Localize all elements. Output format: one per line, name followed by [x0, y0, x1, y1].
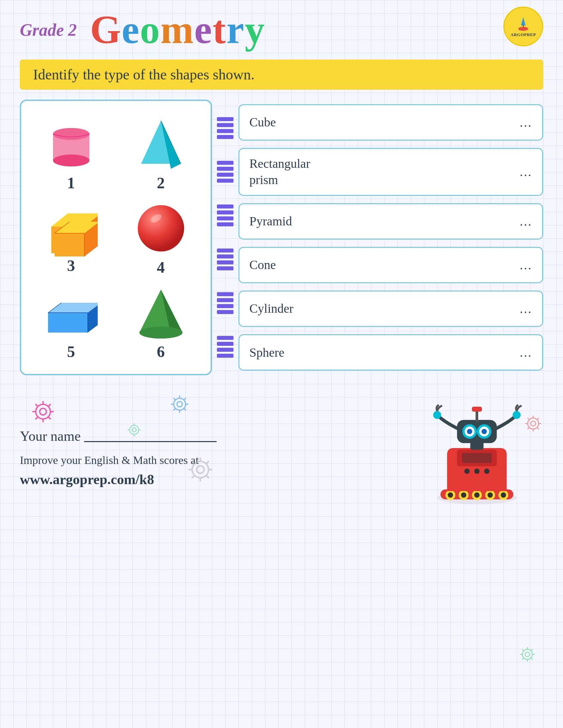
- bar: [217, 348, 233, 352]
- answer-box-rect-prism[interactable]: Rectangularprism ...: [238, 148, 543, 196]
- svg-line-115: [522, 649, 524, 651]
- bar: [217, 123, 233, 127]
- cylinder-shape: [45, 117, 98, 170]
- gear-decoration-right-bottom: [518, 645, 537, 663]
- shape-cell-2: 2: [117, 114, 204, 195]
- bar: [217, 254, 233, 258]
- svg-point-96: [513, 411, 521, 419]
- svg-point-89: [467, 429, 472, 434]
- bar: [217, 210, 233, 214]
- bar: [217, 266, 233, 270]
- connector-3: [217, 194, 233, 237]
- answer-dots-sphere: ...: [520, 345, 533, 360]
- bar: [217, 167, 233, 171]
- answer-label-cylinder: Cylinder: [249, 300, 294, 317]
- bar: [217, 135, 233, 139]
- svg-point-81: [501, 492, 506, 498]
- bar: [217, 304, 233, 308]
- svg-point-2: [518, 27, 528, 31]
- bar: [217, 336, 233, 340]
- answer-dots-rect-prism: ...: [520, 164, 533, 179]
- svg-point-92: [482, 429, 487, 434]
- connector-4: [217, 238, 233, 281]
- answer-box-cone[interactable]: Cone ...: [238, 247, 543, 283]
- logo: ARGOPREP: [503, 7, 543, 46]
- gear-decoration-right-top: [523, 414, 543, 433]
- svg-line-50: [173, 398, 175, 400]
- shape-cell-5: 5: [28, 283, 114, 364]
- bar: [217, 249, 233, 252]
- answer-box-sphere[interactable]: Sphere ...: [238, 334, 543, 371]
- answer-dots-pyramid: ...: [520, 214, 533, 229]
- svg-line-67: [206, 476, 209, 478]
- shape-cell-3: 3: [28, 199, 114, 280]
- answer-label-sphere: Sphere: [249, 344, 285, 361]
- svg-line-117: [531, 649, 533, 651]
- svg-line-43: [35, 417, 38, 419]
- gear-decoration-3: [126, 422, 142, 438]
- answer-label-pyramid: Pyramid: [249, 213, 292, 229]
- grade-label: Grade 2: [20, 20, 77, 40]
- svg-marker-0: [521, 17, 526, 25]
- gear-decoration-4: [185, 455, 215, 484]
- main-content: 1 2: [20, 100, 543, 375]
- svg-point-77: [474, 492, 480, 498]
- robot-illustration: [421, 388, 533, 508]
- svg-line-66: [192, 461, 194, 464]
- bar: [217, 117, 233, 121]
- website-link[interactable]: www.argoprep.com/k8: [20, 472, 411, 487]
- svg-line-52: [184, 398, 186, 400]
- cube-shape-proper: [45, 204, 98, 256]
- svg-line-107: [537, 418, 539, 420]
- bar: [217, 310, 233, 314]
- answer-label-cube: Cube: [249, 114, 276, 130]
- answer-box-cube[interactable]: Cube ...: [238, 104, 543, 141]
- shape-cell-4: 4: [117, 199, 204, 280]
- svg-point-5: [53, 155, 89, 166]
- sphere-shape: [134, 202, 187, 255]
- svg-point-44: [174, 398, 186, 410]
- svg-line-68: [206, 461, 209, 464]
- connector-1: [217, 107, 233, 150]
- shape-number-2: 2: [157, 174, 165, 192]
- svg-point-73: [448, 492, 453, 498]
- svg-line-41: [48, 417, 51, 419]
- svg-point-82: [464, 469, 470, 474]
- svg-point-99: [528, 418, 539, 429]
- svg-line-69: [192, 476, 194, 478]
- connectors: [212, 100, 238, 375]
- bar: [217, 205, 233, 208]
- logo-boat-icon: [514, 16, 533, 32]
- svg-point-100: [531, 421, 536, 426]
- shape-number-6: 6: [157, 342, 165, 361]
- bottom-section: Your name Improve your English & Math sc…: [20, 388, 543, 514]
- connector-6: [217, 325, 233, 368]
- shape-number-5: 5: [67, 342, 75, 361]
- svg-point-95: [433, 411, 441, 419]
- shape-cell-1: 1: [28, 114, 114, 195]
- svg-point-54: [129, 425, 139, 434]
- svg-line-51: [184, 409, 186, 411]
- svg-line-118: [522, 658, 524, 660]
- connector-bars-1: [217, 117, 233, 139]
- connector-bars-5: [217, 292, 233, 314]
- svg-point-83: [474, 469, 480, 474]
- answer-label-rect-prism: Rectangularprism: [249, 156, 310, 188]
- banner-text: Identify the type of the shapes shown.: [33, 67, 254, 83]
- shapes-box: 1 2: [20, 100, 212, 375]
- answer-box-cylinder[interactable]: Cylinder ...: [238, 291, 543, 327]
- bar: [217, 222, 233, 226]
- svg-marker-24: [48, 313, 88, 333]
- connector-bars-4: [217, 249, 233, 270]
- svg-rect-98: [462, 453, 492, 463]
- name-underline[interactable]: [84, 441, 216, 442]
- connector-bars-2: [217, 161, 233, 183]
- connector-2: [217, 150, 233, 193]
- answer-box-pyramid[interactable]: Pyramid ...: [238, 203, 543, 240]
- your-name-text: Your name: [20, 428, 81, 444]
- shape-cell-6: 6: [117, 283, 204, 364]
- rect-prism-shape: [45, 286, 98, 339]
- shape-number-3: 3: [67, 256, 75, 275]
- svg-point-109: [522, 649, 532, 659]
- svg-point-61: [197, 466, 204, 474]
